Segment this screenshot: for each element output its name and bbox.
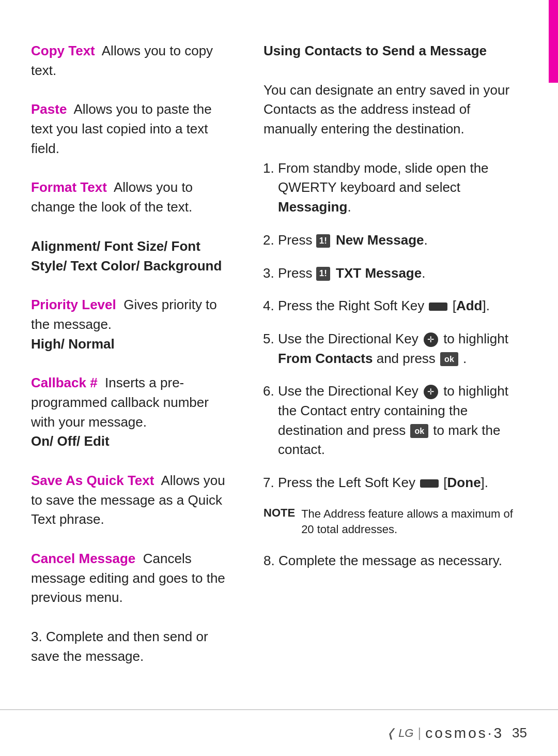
priority-sub: High/ Normal [31, 335, 233, 354]
steps-list: From standby mode, slide open the QWERTY… [264, 159, 527, 493]
ok-key-5: ok [440, 352, 458, 366]
section-heading-block: Using Contacts to Send a Message [264, 41, 527, 61]
note-text: The Address feature allows a maximum of … [301, 506, 527, 538]
step-6: Use the Directional Key to highlight the… [278, 382, 527, 460]
step8-block: 8. Complete the message as necessary. [264, 551, 527, 571]
copy-text-block: Copy Text Allows you to copy text. [31, 41, 233, 80]
step-6-text: Use the Directional Key to highlight the… [278, 383, 508, 457]
priority-para: Priority Level Gives priority to the mes… [31, 295, 233, 334]
footer-brand: ❬ LG | cosmos·3 35 [386, 725, 527, 742]
step-1-text: From standby mode, slide open the QWERTY… [278, 160, 489, 215]
alignment-block: Alignment/ Font Size/ Font Style/ Text C… [31, 237, 233, 276]
callback-sub: On/ Off/ Edit [31, 432, 233, 451]
step-1: From standby mode, slide open the QWERTY… [278, 159, 527, 217]
left-soft-key-icon [420, 479, 439, 488]
lg-logo: ❬ LG [386, 727, 413, 740]
step-3: Press 1! TXT Message. [278, 264, 527, 283]
save-quick-text-block: Save As Quick Text Allows you to save th… [31, 471, 233, 530]
save-quick-text-label: Save As Quick Text [31, 473, 154, 488]
format-text-label: Format Text [31, 179, 107, 195]
alignment-heading: Alignment/ Font Size/ Font Style/ Text C… [31, 237, 233, 276]
section-title: Using Contacts to Send a Message [264, 41, 527, 61]
step-2-text: Press 1! New Message. [278, 232, 428, 248]
paste-label: Paste [31, 101, 67, 117]
note-label: NOTE [264, 506, 295, 520]
right-soft-key-icon [429, 303, 447, 311]
priority-level-block: Priority Level Gives priority to the mes… [31, 295, 233, 354]
step-7: Press the Left Soft Key [Done]. [278, 473, 527, 493]
intro-text: You can designate an entry saved in your… [264, 81, 527, 139]
left-column: Copy Text Allows you to copy text. Paste… [31, 41, 253, 704]
cosmos-text: cosmos·3 [425, 725, 504, 742]
copy-text-label: Copy Text [31, 43, 95, 58]
copy-text-para: Copy Text Allows you to copy text. [31, 41, 233, 80]
cancel-message-para: Cancel Message Cancels message editing a… [31, 549, 233, 608]
step-5: Use the Directional Key to highlight Fro… [278, 329, 527, 368]
cancel-message-block: Cancel Message Cancels message editing a… [31, 549, 233, 608]
step3-text: 3. Complete and then send or save the me… [31, 627, 233, 666]
badge-2: 1! [316, 234, 330, 248]
note-block: NOTE The Address feature allows a maximu… [264, 506, 527, 538]
format-text-para: Format Text Allows you to change the loo… [31, 178, 233, 217]
step3-block: 3. Complete and then send or save the me… [31, 627, 233, 666]
cancel-message-label: Cancel Message [31, 551, 135, 566]
dir-key-icon-5 [424, 332, 438, 347]
step-5-text: Use the Directional Key to highlight Fro… [278, 331, 508, 366]
dir-key-icon-6 [424, 385, 438, 399]
footer-separator: | [417, 725, 421, 741]
format-text-block: Format Text Allows you to change the loo… [31, 178, 233, 217]
step-2: Press 1! New Message. [278, 231, 527, 250]
step-4-text: Press the Right Soft Key [Add]. [278, 298, 490, 313]
save-quick-text-para: Save As Quick Text Allows you to save th… [31, 471, 233, 530]
footer: ❬ LG | cosmos·3 35 [0, 709, 558, 756]
paste-block: Paste Allows you to paste the text you l… [31, 100, 233, 158]
callback-para: Callback # Inserts a pre-programmed call… [31, 373, 233, 432]
badge-3: 1! [316, 267, 330, 281]
callback-label: Callback # [31, 375, 98, 390]
page-container: Copy Text Allows you to copy text. Paste… [0, 0, 558, 756]
page-number: 35 [512, 725, 527, 741]
intro-block: You can designate an entry saved in your… [264, 81, 527, 139]
step8-text: 8. Complete the message as necessary. [264, 551, 527, 571]
callback-block: Callback # Inserts a pre-programmed call… [31, 373, 233, 451]
step-7-text: Press the Left Soft Key [Done]. [278, 475, 488, 490]
paste-para: Paste Allows you to paste the text you l… [31, 100, 233, 158]
step-3-text: Press 1! TXT Message. [278, 265, 425, 281]
right-column: Using Contacts to Send a Message You can… [253, 41, 527, 704]
ok-key-6: ok [410, 424, 428, 438]
priority-label: Priority Level [31, 297, 116, 312]
step-4: Press the Right Soft Key [Add]. [278, 296, 527, 316]
content-area: Copy Text Allows you to copy text. Paste… [0, 41, 558, 704]
